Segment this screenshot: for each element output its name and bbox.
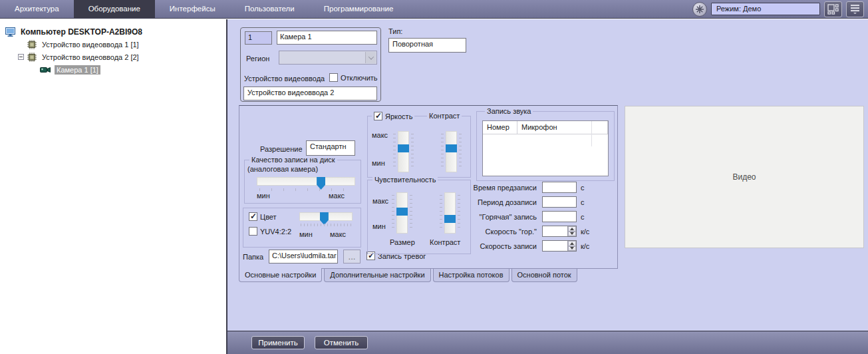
resolution-combo[interactable]: Стандартн <box>306 140 355 156</box>
record-field-row-3: Скорость "гор."к/с <box>439 226 605 237</box>
record-field-row-1: Период дозаписис <box>439 196 605 208</box>
tab-2[interactable]: Настройка потоков <box>433 269 509 282</box>
sensitivity-title: Чувствительность <box>372 176 438 184</box>
device-tree: Компьютер DESKTOP-A2BI9O8Устройство виде… <box>0 19 226 354</box>
menu-item-3[interactable]: Пользователи <box>230 0 309 18</box>
main-area: 1 Камера 1 Регион Устройство видеоввода … <box>226 19 868 354</box>
menu-item-1[interactable]: Оборудование <box>74 0 155 18</box>
max-label: макс <box>372 197 388 205</box>
record-field-label: Скорость "гор." <box>439 228 542 236</box>
menu-item-4[interactable]: Программирование <box>309 0 408 18</box>
disk-quality-subtitle: (аналоговая камера) <box>247 165 318 173</box>
column-header-1: Микрофон <box>517 121 608 134</box>
screen-layout-button[interactable] <box>824 1 842 17</box>
max-label: макс <box>372 131 388 139</box>
disk-quality-group: Качество записи на диск (аналоговая каме… <box>244 160 361 204</box>
record-field-label: Период дозаписи <box>439 198 542 206</box>
slider-ticks <box>301 224 351 226</box>
brightness-checkbox[interactable] <box>374 112 382 120</box>
tree-item-label: Компьютер DESKTOP-A2BI9O8 <box>19 27 144 37</box>
brightness-checkbox-row: Яркость <box>372 112 414 120</box>
record-field-input[interactable] <box>542 240 577 252</box>
audio-record-group: Запись звука НомерМикрофон <box>476 111 615 181</box>
record-field-unit: с <box>577 213 585 221</box>
sensitivity-size-slider[interactable] <box>396 192 408 234</box>
record-field-unit: к/с <box>577 228 589 236</box>
spinner-up-button[interactable] <box>568 241 576 246</box>
record-field-row-0: Время предзаписис <box>439 182 605 193</box>
brightness-slider[interactable] <box>398 131 409 172</box>
top-menu-bar: АрхитектураОборудованиеИнтерфейсыПользов… <box>0 0 868 19</box>
brightness-label: Яркость <box>385 112 412 120</box>
tab-1[interactable]: Дополнительные настройки <box>324 269 430 282</box>
main-menu-button[interactable] <box>846 1 864 17</box>
record-field-unit: с <box>577 198 585 206</box>
tree-item-0[interactable]: Компьютер DESKTOP-A2BI9O8 <box>0 25 226 38</box>
record-settings-fields: Время предзаписисПериод дозаписис"Горяча… <box>439 182 605 252</box>
tab-3[interactable]: Основной поток <box>511 269 577 282</box>
camera-identity-group: 1 Камера 1 Регион Устройство видеоввода … <box>240 27 381 102</box>
tree-item-2[interactable]: Устройство видеоввода 2 [2] <box>0 51 226 63</box>
yuv-checkbox-row: YUV4:2:2 <box>249 227 291 236</box>
record-field-input[interactable] <box>542 226 577 237</box>
folder-path-field[interactable]: C:\Users\ludmila.tar <box>269 250 338 264</box>
settings-panel: 1 Камера 1 Регион Устройство видеоввода … <box>227 19 868 331</box>
video-device-combo[interactable]: Устройство видеоввода 2 <box>243 87 377 100</box>
video-device-label: Устройство видеоввода <box>244 75 325 83</box>
disable-checkbox[interactable] <box>329 73 338 82</box>
audio-record-title: Запись звука <box>485 107 533 115</box>
disable-label: Отключить <box>341 74 378 82</box>
menu-item-2[interactable]: Интерфейсы <box>155 0 230 18</box>
region-label: Регион <box>246 55 269 63</box>
tab-0[interactable]: Основные настройки <box>239 268 322 282</box>
settings-tab-content: Разрешение Стандартн Качество записи на … <box>239 105 618 269</box>
disk-quality-slider[interactable] <box>257 177 355 186</box>
size-label: Размер <box>390 238 415 246</box>
record-field-input[interactable] <box>542 196 577 208</box>
footer-bar: Применить Отменить <box>227 331 868 354</box>
spinner-down-button[interactable] <box>568 246 576 252</box>
tree-item-3[interactable]: Камера 1 [1] <box>0 63 226 76</box>
color-slider[interactable] <box>299 212 353 221</box>
microphone-table[interactable]: НомерМикрофон <box>482 120 609 176</box>
color-group: Цвет YUV4:2:2 мин макс <box>243 208 361 248</box>
yuv-checkbox[interactable] <box>249 227 257 236</box>
collapse-expander-icon[interactable] <box>18 54 24 60</box>
spinner-up-button[interactable] <box>568 226 576 232</box>
camera-name-field[interactable]: Камера 1 <box>277 31 377 45</box>
record-field-label: "Горячая" запись <box>439 213 542 221</box>
max-label: макс <box>330 230 346 238</box>
menu-item-0[interactable]: Архитектура <box>0 0 74 18</box>
topbar-right: Режим: Демо <box>692 0 868 18</box>
min-label: мин <box>257 192 270 200</box>
color-checkbox[interactable] <box>249 212 257 221</box>
column-header-0: Номер <box>483 121 517 134</box>
spinner-down-button[interactable] <box>568 232 576 237</box>
cancel-button[interactable]: Отменить <box>315 336 368 349</box>
microphone-table-header: НомерМикрофон <box>483 121 608 134</box>
record-field-input[interactable] <box>542 182 577 193</box>
record-field-row-2: "Горячая" записьс <box>439 211 605 222</box>
spinner-control <box>567 241 576 251</box>
record-field-input[interactable] <box>542 211 577 222</box>
color-label: Цвет <box>260 213 277 221</box>
chevron-down-icon <box>365 52 376 63</box>
tree-item-1[interactable]: Устройство видеоввода 1 [1] <box>0 38 226 51</box>
record-field-row-4: Скорость записик/с <box>439 240 605 252</box>
spinner-control <box>567 226 576 236</box>
apply-button[interactable]: Применить <box>251 336 305 349</box>
min-label: мин <box>372 159 385 167</box>
slider-ticks <box>259 188 353 191</box>
settings-tabs: Основные настройкиДополнительные настрой… <box>239 269 577 282</box>
folder-label: Папка <box>243 253 263 261</box>
tree-item-label: Устройство видеоввода 2 [2] <box>40 53 141 62</box>
top-menu: АрхитектураОборудованиеИнтерфейсыПользов… <box>0 0 408 18</box>
camera-icon <box>40 66 51 73</box>
type-combo[interactable]: Поворотная <box>388 38 466 53</box>
contrast-slider[interactable] <box>446 131 457 172</box>
camera-id-field[interactable]: 1 <box>245 31 272 45</box>
min-label: мин <box>372 222 386 230</box>
browse-button[interactable]: ... <box>343 250 361 264</box>
settings-orb-icon[interactable] <box>692 2 707 17</box>
region-combo <box>279 51 377 65</box>
